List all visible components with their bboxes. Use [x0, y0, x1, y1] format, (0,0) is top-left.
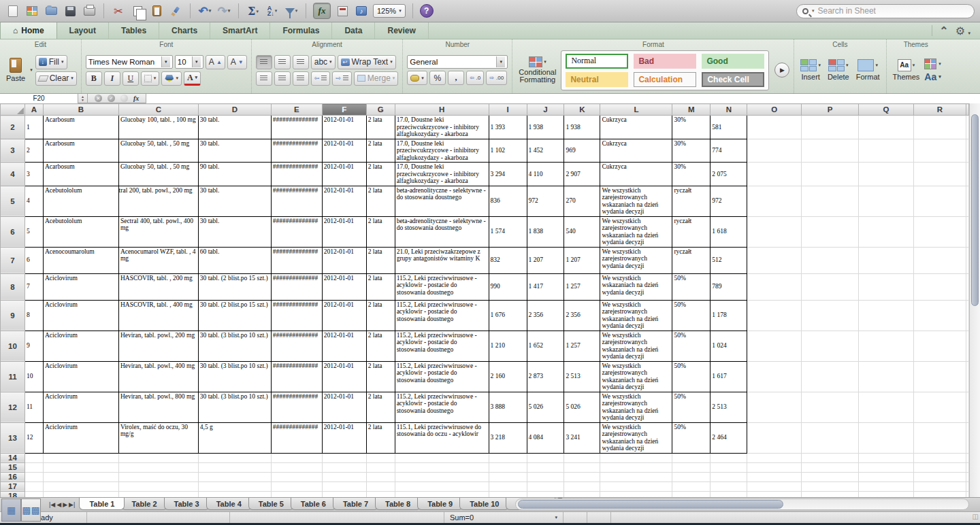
cell-L6[interactable]: We wszystkich zarejestrowanych wskazania… [600, 216, 672, 247]
collapse-ribbon-icon[interactable]: ⌃ [939, 24, 948, 37]
row-header-14[interactable]: 14 [1, 453, 25, 462]
cell-J17[interactable] [527, 481, 564, 491]
row-header-17[interactable]: 17 [1, 481, 25, 491]
cell-B10[interactable]: Aciclovirum [43, 331, 118, 361]
cell-M17[interactable] [672, 481, 710, 491]
filter-icon[interactable]: ▾ [284, 3, 299, 18]
cell-M11[interactable]: 50% [672, 361, 710, 392]
cell-P8[interactable] [802, 273, 859, 300]
cell-C13[interactable]: Virolex, maść do oczu, 30 mg/g [118, 422, 198, 453]
cell-D11[interactable]: 30 tabl. (3 blist.po 10 szt.) [198, 361, 271, 392]
cell-N11[interactable]: 1 617 [710, 361, 747, 392]
save-icon[interactable] [63, 3, 78, 18]
column-header-H[interactable]: H [395, 104, 489, 116]
resize-grip-icon[interactable]: ◫ [973, 513, 979, 520]
cell-A10[interactable]: 9 [24, 331, 43, 361]
cell-M6[interactable]: ryczałt [672, 216, 710, 247]
shrink-font-button[interactable]: A▼ [227, 55, 247, 69]
cell-A16[interactable] [24, 472, 43, 481]
decrease-decimal-button[interactable]: ⇨.00 [486, 71, 507, 85]
cell-M18[interactable] [672, 491, 710, 497]
cell-J4[interactable]: 4 110 [527, 163, 564, 186]
cell-Q14[interactable] [859, 453, 914, 462]
cell-L11[interactable]: We wszystkich zarejestrowanych wskazania… [600, 361, 672, 392]
cell-J13[interactable]: 4 084 [527, 422, 564, 453]
cell-J8[interactable]: 1 417 [527, 273, 564, 300]
horizontal-scrollbar-thumb[interactable] [518, 500, 783, 509]
cell-H14[interactable] [395, 453, 489, 462]
row-header-6[interactable]: 6 [1, 216, 25, 247]
cell-J15[interactable] [527, 462, 564, 472]
cell-D7[interactable]: 60 tabl. [198, 247, 271, 273]
cell-R8[interactable] [914, 273, 966, 300]
cell-G15[interactable] [366, 462, 395, 472]
row-header-16[interactable]: 16 [1, 472, 25, 481]
cell-O15[interactable] [747, 462, 802, 472]
cell-M3[interactable]: 30% [672, 139, 710, 163]
comma-format-button[interactable]: , [448, 71, 464, 85]
cell-N8[interactable]: 789 [710, 273, 747, 300]
vertical-scrollbar[interactable] [969, 103, 980, 497]
font-color-button[interactable]: A▾ [184, 71, 201, 86]
cell-E2[interactable]: ############## [271, 116, 322, 139]
cell-F10[interactable]: 2012-01-01 [322, 331, 366, 361]
cell-E10[interactable]: ############## [271, 331, 322, 361]
cell-D4[interactable]: 90 tabl. [198, 163, 271, 186]
cell-F4[interactable]: 2012-01-01 [322, 163, 366, 186]
row-header-18[interactable]: 18 [1, 491, 25, 497]
cell-E16[interactable] [271, 472, 322, 481]
ribbon-tab-charts[interactable]: Charts [159, 22, 210, 39]
cell-D14[interactable] [198, 453, 271, 462]
cell-D12[interactable]: 30 tabl. (3 blist.po 10 szt.) [198, 392, 271, 422]
paste-dropdown-icon[interactable]: ▾ [30, 67, 33, 73]
cell-Q16[interactable] [859, 472, 914, 481]
align-center-button[interactable] [274, 71, 291, 86]
cell-J2[interactable]: 1 938 [527, 116, 564, 139]
cell-H4[interactable]: 17.0, Doustne leki przeciwcukrzycowe - i… [395, 163, 489, 186]
sheet-tab-table-9[interactable]: Table 9 [417, 498, 463, 510]
bold-button[interactable]: B [86, 71, 102, 86]
cell-K17[interactable] [564, 481, 600, 491]
font-size-select[interactable]: 10▾ [175, 55, 203, 69]
cell-Q17[interactable] [859, 481, 914, 491]
cell-H6[interactable]: beta-adrenolityczne - selektywne - do st… [395, 216, 489, 247]
sheet-tab-table-10[interactable]: Table 10 [459, 498, 509, 510]
cell-B13[interactable]: Aciclovirum [43, 422, 118, 453]
cell-J12[interactable]: 5 026 [527, 392, 564, 422]
cell-F13[interactable]: 2012-01-01 [322, 422, 366, 453]
cell-G13[interactable]: 2 lata [366, 422, 395, 453]
cell-A11[interactable]: 10 [24, 361, 43, 392]
cell-H11[interactable]: 115.2, Leki przeciwwirusowe - acyklowir … [395, 361, 489, 392]
cell-K5[interactable]: 270 [564, 186, 600, 216]
cell-O6[interactable] [747, 216, 802, 247]
cell-C9[interactable]: HASCOVIR, tabl. , 400 mg [118, 300, 198, 331]
align-bottom-button[interactable] [293, 55, 309, 69]
cell-Q7[interactable] [859, 247, 914, 273]
cell-N4[interactable]: 2 075 [710, 163, 747, 186]
cell-Q9[interactable] [859, 300, 914, 331]
align-right-button[interactable] [293, 71, 309, 86]
ribbon-tab-tables[interactable]: Tables [109, 22, 159, 39]
sort-icon[interactable]: AZ↓▾ [265, 3, 280, 18]
cell-C5[interactable]: Sectral 200, tabl. powl., 200 mg [118, 186, 198, 216]
cell-N7[interactable]: 512 [710, 247, 747, 273]
row-header-8[interactable]: 8 [1, 273, 25, 300]
cell-C14[interactable] [118, 453, 198, 462]
cell-Q13[interactable] [859, 422, 914, 453]
font-family-select[interactable]: Times New Roman▾ [86, 55, 173, 69]
column-header-F[interactable]: F [322, 104, 366, 116]
style-calculation[interactable]: Calculation [634, 72, 696, 87]
cell-A13[interactable]: 12 [24, 422, 43, 453]
cell-E13[interactable]: ############## [271, 422, 322, 453]
cell-K10[interactable]: 1 257 [564, 331, 600, 361]
name-box-stepper[interactable]: ▲▼ [78, 94, 88, 103]
column-header-O[interactable]: O [747, 104, 802, 116]
cell-E11[interactable]: ############## [271, 361, 322, 392]
formula-input[interactable] [146, 94, 980, 103]
ribbon-tab-formulas[interactable]: Formulas [270, 22, 332, 39]
column-header-N[interactable]: N [710, 104, 747, 116]
column-header-R[interactable]: R [914, 104, 966, 116]
cell-O14[interactable] [747, 453, 802, 462]
cell-Q11[interactable] [859, 361, 914, 392]
cell-B9[interactable]: Aciclovirum [43, 300, 118, 331]
